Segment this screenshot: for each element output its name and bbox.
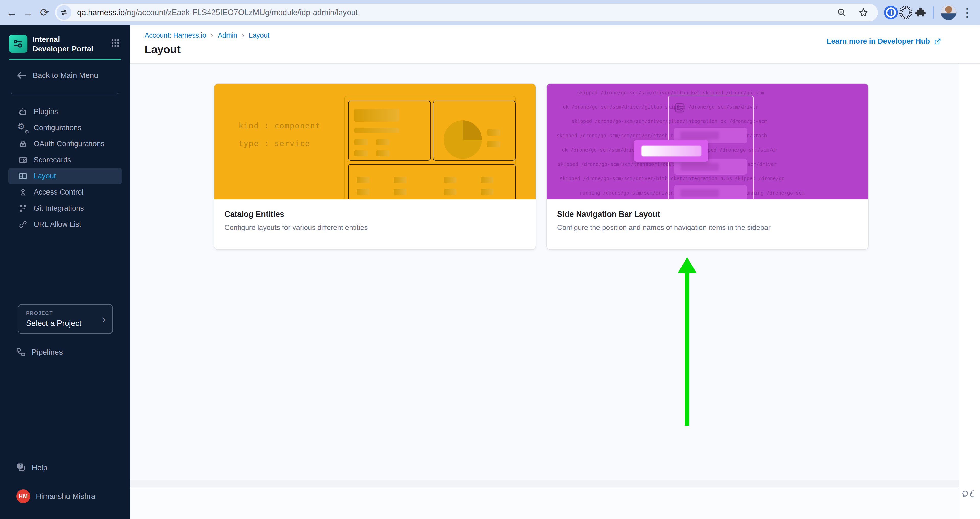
yaml-kind-line: kind : component: [239, 121, 320, 130]
sidebar-item-label: Configurations: [34, 123, 81, 132]
card-title: Side Navigation Bar Layout: [557, 210, 858, 219]
git-branch-icon: [18, 204, 28, 213]
user-name: Himanshu Mishra: [36, 492, 95, 501]
idp-logo-icon: [9, 35, 27, 53]
browser-toolbar: ← → ⟳ qa.harness.io/ng/account/zEaak-FLS…: [0, 0, 980, 25]
page-title: Layout: [145, 43, 181, 56]
puzzle-icon: [18, 107, 28, 117]
toolbar-separator: [932, 6, 934, 19]
sidebar-item-scorecards[interactable]: Scorecards: [8, 152, 122, 168]
content-bottom-strip: [130, 480, 959, 487]
project-selector[interactable]: PROJECT Select a Project ›: [18, 304, 113, 334]
sidebar-item-plugins[interactable]: Plugins: [8, 104, 122, 120]
sidebar-item-git-integrations[interactable]: Git Integrations: [8, 200, 122, 216]
help-chat-icon: ?: [15, 462, 27, 473]
sidebar-item-oauth-configurations[interactable]: OAuth Configurations: [8, 136, 122, 152]
sidebar-item-layout[interactable]: Layout: [8, 168, 122, 184]
module-grid-icon[interactable]: [110, 37, 121, 49]
yaml-type-line: type : service: [239, 139, 310, 148]
chat-widget-icon[interactable]: [960, 485, 974, 500]
sidebar-item-label: Git Integrations: [34, 204, 84, 212]
password-manager-extension-icon[interactable]: [883, 5, 898, 20]
browser-reload-icon[interactable]: ⟳: [36, 4, 52, 21]
pipelines-icon: [16, 347, 26, 357]
sidebar-item-configurations[interactable]: ⚙⚙ Configurations: [8, 120, 122, 136]
sidebar-item-pipelines[interactable]: Pipelines: [0, 344, 130, 360]
back-arrow-icon: [16, 70, 27, 81]
sidebar-item-label: Scorecards: [34, 156, 71, 164]
annotation-arrow-head: [678, 257, 697, 273]
pipelines-label: Pipelines: [32, 348, 63, 356]
chevron-right-icon: ›: [102, 313, 106, 325]
bookmark-star-icon[interactable]: [858, 7, 869, 18]
svg-text:?: ?: [19, 463, 22, 468]
gears-icon: ⚙⚙: [18, 123, 28, 133]
address-bar[interactable]: qa.harness.io/ng/account/zEaak-FLS425IEO…: [55, 3, 878, 21]
nav-group-divider: [9, 86, 121, 94]
catalog-entities-illustration: kind : component type : service: [214, 84, 536, 200]
product-title: Internal Developer Portal: [32, 35, 96, 53]
mock-pie-chart: [444, 120, 482, 159]
learn-more-label: Learn more in Developer Hub: [827, 37, 930, 46]
sidebar-item-url-allow-list[interactable]: URL Allow List: [8, 216, 122, 232]
mock-nav-item: [674, 185, 747, 200]
browser-back-icon[interactable]: ←: [3, 4, 20, 21]
project-eyebrow: PROJECT: [26, 310, 81, 316]
browser-menu-icon[interactable]: ⋮: [959, 4, 975, 21]
learn-more-link[interactable]: Learn more in Developer Hub: [827, 37, 942, 46]
page-header: Account: Harness.io › Admin › Layout Lay…: [130, 25, 980, 64]
mock-dragged-nav-item: [634, 140, 708, 161]
card-description: Configure layouts for various different …: [224, 224, 525, 232]
side-navigation-illustration: skipped /drone/go-scm/scm/driver/bitbuck…: [547, 84, 868, 200]
sidebar-nav: Plugins ⚙⚙ Configurations OAuth Configur…: [0, 104, 130, 232]
url-path: /ng/account/zEaak-FLS425IEO7OLzMUg/modul…: [125, 8, 358, 17]
mock-logo-icon: [674, 102, 685, 113]
project-value: Select a Project: [26, 319, 81, 328]
sidebar-item-help[interactable]: ? Help: [0, 460, 130, 476]
breadcrumb-layout-link[interactable]: Layout: [249, 32, 269, 39]
layout-icon: [18, 172, 28, 181]
browser-profile-avatar[interactable]: [941, 5, 956, 21]
breadcrumb-admin-link[interactable]: Admin: [218, 32, 237, 39]
site-settings-icon[interactable]: [57, 5, 72, 20]
link-icon: [18, 220, 28, 229]
breadcrumb: Account: Harness.io › Admin › Layout: [145, 32, 269, 39]
side-navigation-layout-card[interactable]: skipped /drone/go-scm/scm/driver/bitbuck…: [546, 83, 869, 250]
annotation-arrow: [685, 267, 689, 426]
teal-divider: [9, 59, 121, 60]
external-link-icon: [934, 37, 942, 46]
sidebar: Internal Developer Portal Back to Main M…: [0, 25, 130, 519]
zoom-icon[interactable]: [837, 7, 847, 18]
user-avatar[interactable]: HM: [16, 489, 30, 503]
back-to-main-menu[interactable]: Back to Main Menu: [0, 68, 130, 83]
person-icon: [18, 188, 28, 197]
sidebar-item-label: OAuth Configurations: [34, 140, 105, 148]
catalog-entities-card[interactable]: kind : component type : service Catalog …: [214, 83, 536, 250]
sidebar-item-label: Plugins: [34, 107, 58, 116]
user-menu[interactable]: HM Himanshu Mishra: [0, 488, 130, 505]
extensions-puzzle-icon[interactable]: [913, 5, 928, 20]
breadcrumb-account-link[interactable]: Account: Harness.io: [145, 32, 206, 39]
chevron-separator-icon: ›: [211, 32, 213, 39]
card-description: Configure the position and names of navi…: [557, 224, 858, 232]
browser-forward-icon[interactable]: →: [20, 4, 36, 21]
sidebar-item-label: Access Control: [34, 188, 83, 196]
loading-extension-icon[interactable]: [898, 5, 913, 20]
right-rail: [959, 64, 980, 519]
url-text[interactable]: qa.harness.io/ng/account/zEaak-FLS425IEO…: [77, 8, 358, 17]
card-title: Catalog Entities: [224, 210, 525, 219]
sidebar-item-label: Layout: [34, 172, 56, 180]
url-host: qa.harness.io: [77, 8, 125, 17]
back-to-main-menu-label: Back to Main Menu: [33, 71, 98, 80]
scorecard-icon: [18, 155, 28, 164]
chevron-separator-icon: ›: [242, 32, 244, 39]
lock-icon: [18, 139, 28, 149]
sidebar-item-access-control[interactable]: Access Control: [8, 184, 122, 200]
sidebar-item-label: URL Allow List: [34, 220, 81, 228]
help-label: Help: [32, 463, 48, 472]
